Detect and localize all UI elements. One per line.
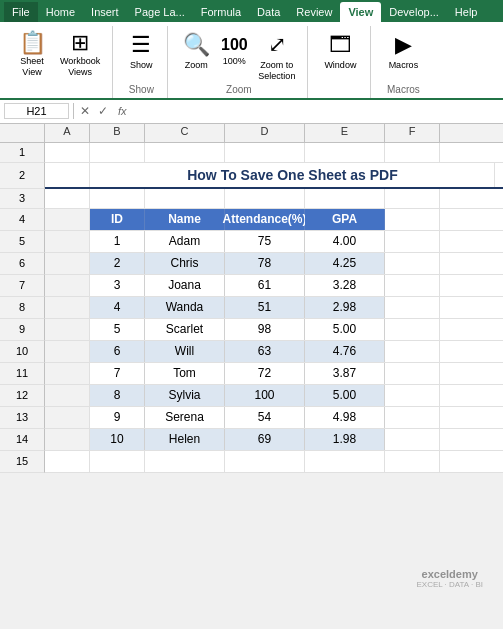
cell-d7[interactable]: 61 (225, 275, 305, 296)
cell-a8[interactable] (45, 297, 90, 318)
cell-d3[interactable] (225, 189, 305, 208)
cell-a15[interactable] (45, 451, 90, 472)
macros-button[interactable]: ▶ Macros (381, 30, 425, 72)
cell-f2[interactable] (440, 163, 495, 187)
cell-a9[interactable] (45, 319, 90, 340)
cell-b13[interactable]: 9 (90, 407, 145, 428)
row-num-5[interactable]: 5 (0, 231, 45, 253)
cell-d12[interactable]: 100 (225, 385, 305, 406)
cell-b1[interactable] (90, 143, 145, 162)
cell-f11[interactable] (385, 363, 440, 384)
cell-e4-header[interactable]: GPA (305, 209, 385, 230)
row-num-13[interactable]: 13 (0, 407, 45, 429)
cell-c11[interactable]: Tom (145, 363, 225, 384)
row-num-7[interactable]: 7 (0, 275, 45, 297)
cell-e8[interactable]: 2.98 (305, 297, 385, 318)
col-header-e[interactable]: E (305, 124, 385, 142)
cell-e5[interactable]: 4.00 (305, 231, 385, 252)
cell-c12[interactable]: Sylvia (145, 385, 225, 406)
cell-d4-header[interactable]: Attendance(%) (225, 209, 305, 230)
cell-f15[interactable] (385, 451, 440, 472)
row-num-3[interactable]: 3 (0, 189, 45, 209)
col-header-d[interactable]: D (225, 124, 305, 142)
row-num-10[interactable]: 10 (0, 341, 45, 363)
cell-a5[interactable] (45, 231, 90, 252)
cell-b4-header[interactable]: ID (90, 209, 145, 230)
cell-c13[interactable]: Serena (145, 407, 225, 428)
cell-c7[interactable]: Joana (145, 275, 225, 296)
cell-a3[interactable] (45, 189, 90, 208)
cell-b15[interactable] (90, 451, 145, 472)
col-header-f[interactable]: F (385, 124, 440, 142)
cell-e14[interactable]: 1.98 (305, 429, 385, 450)
row-num-11[interactable]: 11 (0, 363, 45, 385)
cell-e10[interactable]: 4.76 (305, 341, 385, 362)
show-button[interactable]: ☰ Show (123, 30, 159, 72)
cell-b9[interactable]: 5 (90, 319, 145, 340)
cell-b12[interactable]: 8 (90, 385, 145, 406)
cell-d8[interactable]: 51 (225, 297, 305, 318)
cell-f13[interactable] (385, 407, 440, 428)
cell-a1[interactable] (45, 143, 90, 162)
cell-c5[interactable]: Adam (145, 231, 225, 252)
cell-e12[interactable]: 5.00 (305, 385, 385, 406)
zoom-button[interactable]: 🔍 Zoom (178, 30, 214, 72)
zoom-100-button[interactable]: 100 100% (216, 30, 252, 68)
cell-f14[interactable] (385, 429, 440, 450)
cell-f9[interactable] (385, 319, 440, 340)
cell-a7[interactable] (45, 275, 90, 296)
cell-f3[interactable] (385, 189, 440, 208)
cell-a10[interactable] (45, 341, 90, 362)
cell-e1[interactable] (305, 143, 385, 162)
confirm-icon[interactable]: ✓ (96, 104, 110, 118)
cell-e13[interactable]: 4.98 (305, 407, 385, 428)
cell-a11[interactable] (45, 363, 90, 384)
cell-d13[interactable]: 54 (225, 407, 305, 428)
tab-insert[interactable]: Insert (83, 2, 127, 22)
cell-f1[interactable] (385, 143, 440, 162)
row-num-15[interactable]: 15 (0, 451, 45, 473)
cell-c6[interactable]: Chris (145, 253, 225, 274)
cell-a4[interactable] (45, 209, 90, 230)
cell-e9[interactable]: 5.00 (305, 319, 385, 340)
cell-f5[interactable] (385, 231, 440, 252)
cell-d14[interactable]: 69 (225, 429, 305, 450)
cell-c15[interactable] (145, 451, 225, 472)
tab-review[interactable]: Review (288, 2, 340, 22)
cell-f6[interactable] (385, 253, 440, 274)
cell-e15[interactable] (305, 451, 385, 472)
row-num-1[interactable]: 1 (0, 143, 45, 163)
formula-input[interactable] (135, 104, 499, 118)
cell-e6[interactable]: 4.25 (305, 253, 385, 274)
row-num-14[interactable]: 14 (0, 429, 45, 451)
cell-c8[interactable]: Wanda (145, 297, 225, 318)
cell-e11[interactable]: 3.87 (305, 363, 385, 384)
sheet-view-button[interactable]: 📋 SheetView (12, 30, 52, 80)
cell-f7[interactable] (385, 275, 440, 296)
cell-d1[interactable] (225, 143, 305, 162)
cell-d10[interactable]: 63 (225, 341, 305, 362)
col-header-c[interactable]: C (145, 124, 225, 142)
name-box[interactable] (4, 103, 69, 119)
cell-b7[interactable]: 3 (90, 275, 145, 296)
cell-d11[interactable]: 72 (225, 363, 305, 384)
cell-f4[interactable] (385, 209, 440, 230)
cell-c2-merged[interactable]: How To Save One Sheet as PDF (145, 163, 440, 187)
cell-d6[interactable]: 78 (225, 253, 305, 274)
tab-data[interactable]: Data (249, 2, 288, 22)
cell-f10[interactable] (385, 341, 440, 362)
row-num-4[interactable]: 4 (0, 209, 45, 231)
row-num-2[interactable]: 2 (0, 163, 45, 189)
cell-e7[interactable]: 3.28 (305, 275, 385, 296)
cell-d5[interactable]: 75 (225, 231, 305, 252)
cancel-icon[interactable]: ✕ (78, 104, 92, 118)
cell-c4-header[interactable]: Name (145, 209, 225, 230)
cell-b8[interactable]: 4 (90, 297, 145, 318)
cell-a6[interactable] (45, 253, 90, 274)
cell-b5[interactable]: 1 (90, 231, 145, 252)
cell-c1[interactable] (145, 143, 225, 162)
tab-home[interactable]: Home (38, 2, 83, 22)
cell-a14[interactable] (45, 429, 90, 450)
cell-e3[interactable] (305, 189, 385, 208)
cell-a13[interactable] (45, 407, 90, 428)
